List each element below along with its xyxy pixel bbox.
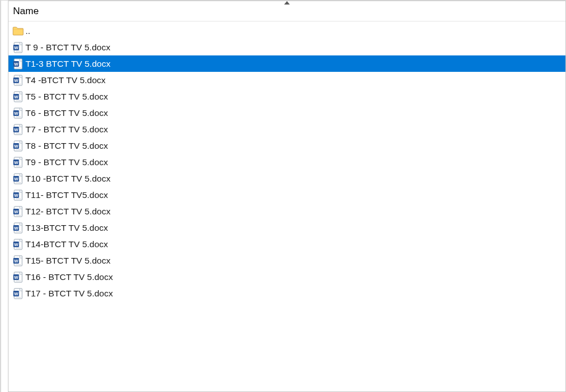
word-doc-icon: W (12, 91, 24, 103)
svg-text:W: W (14, 77, 19, 83)
file-row[interactable]: W T9 - BTCT TV 5.docx (8, 154, 565, 170)
folder-icon (12, 25, 24, 37)
file-name: T7 - BTCT TV 5.docx (25, 124, 108, 135)
file-name: T9 - BTCT TV 5.docx (25, 157, 108, 167)
svg-text:W: W (14, 176, 19, 181)
svg-text:W: W (14, 160, 19, 165)
file-list-panel: Name .. W T 9 - BTCT TV 5.docx (8, 1, 566, 392)
svg-text:W: W (14, 225, 19, 230)
svg-text:W: W (14, 45, 19, 50)
file-row[interactable]: W T16 - BTCT TV 5.docx (8, 269, 565, 285)
word-doc-icon: W (12, 58, 24, 70)
word-doc-icon: W (12, 255, 24, 267)
column-header-label: Name (13, 6, 38, 17)
file-name: T5 - BTCT TV 5.docx (25, 92, 108, 102)
file-name: T17 - BTCT TV 5.docx (25, 288, 113, 299)
word-doc-icon: W (12, 140, 24, 152)
file-name: T1-3 BTCT TV 5.docx (25, 59, 110, 69)
file-name: T 9 - BTCT TV 5.docx (25, 42, 110, 53)
file-name: T16 - BTCT TV 5.docx (25, 272, 113, 282)
svg-text:W: W (14, 143, 19, 148)
file-row[interactable]: W T15- BTCT TV 5.docx (8, 252, 565, 269)
svg-text:W: W (14, 274, 19, 279)
sort-ascending-icon (284, 1, 290, 5)
file-row[interactable]: W T7 - BTCT TV 5.docx (8, 121, 565, 137)
word-doc-icon: W (12, 271, 24, 283)
file-row[interactable]: W T1-3 BTCT TV 5.docx (8, 55, 565, 72)
file-row[interactable]: W T 9 - BTCT TV 5.docx (8, 39, 565, 55)
file-name: T15- BTCT TV 5.docx (25, 256, 110, 266)
file-row[interactable]: W T8 - BTCT TV 5.docx (8, 137, 565, 154)
word-doc-icon: W (12, 74, 24, 87)
file-row[interactable]: W T17 - BTCT TV 5.docx (8, 285, 565, 301)
file-row[interactable]: W T12- BTCT TV 5.docx (8, 203, 565, 219)
file-name: T11- BTCT TV5.docx (25, 190, 108, 200)
svg-text:W: W (14, 110, 19, 115)
word-doc-icon: W (12, 238, 24, 251)
file-name: T14-BTCT TV 5.docx (25, 239, 108, 249)
svg-text:W: W (14, 258, 19, 263)
column-header-name[interactable]: Name (8, 1, 565, 21)
word-doc-icon: W (12, 205, 24, 218)
file-row[interactable]: W T10 -BTCT TV 5.docx (8, 170, 565, 187)
file-row[interactable]: W T14-BTCT TV 5.docx (8, 236, 565, 252)
word-doc-icon: W (12, 222, 24, 234)
svg-text:W: W (14, 61, 19, 66)
file-row[interactable]: W T13-BTCT TV 5.docx (8, 219, 565, 236)
word-doc-icon: W (12, 41, 24, 54)
file-row[interactable]: W T4 -BTCT TV 5.docx (8, 72, 565, 88)
file-row[interactable]: W T11- BTCT TV5.docx (8, 187, 565, 203)
file-name: T13-BTCT TV 5.docx (25, 223, 108, 233)
word-doc-icon: W (12, 189, 24, 201)
word-doc-icon: W (12, 107, 24, 119)
parent-folder-label: .. (25, 26, 31, 36)
svg-text:W: W (14, 291, 19, 296)
word-doc-icon: W (12, 156, 24, 169)
svg-text:W: W (14, 94, 19, 99)
file-name: T4 -BTCT TV 5.docx (25, 75, 106, 85)
word-doc-icon: W (12, 287, 24, 300)
file-list-frame: Name .. W T 9 - BTCT TV 5.docx (0, 0, 566, 392)
file-name: T10 -BTCT TV 5.docx (25, 174, 110, 184)
file-name: T8 - BTCT TV 5.docx (25, 141, 108, 151)
file-name: T6 - BTCT TV 5.docx (25, 108, 108, 118)
parent-folder-row[interactable]: .. (8, 23, 565, 39)
file-row[interactable]: W T5 - BTCT TV 5.docx (8, 88, 565, 105)
word-doc-icon: W (12, 123, 24, 136)
file-row[interactable]: W T6 - BTCT TV 5.docx (8, 105, 565, 121)
file-list: .. W T 9 - BTCT TV 5.docx W T1-3 BTCT TV… (8, 21, 565, 301)
svg-text:W: W (14, 209, 19, 214)
word-doc-icon: W (12, 173, 24, 185)
svg-text:W: W (14, 242, 19, 247)
svg-text:W: W (14, 192, 19, 197)
svg-text:W: W (14, 127, 19, 132)
file-name: T12- BTCT TV 5.docx (25, 206, 110, 217)
